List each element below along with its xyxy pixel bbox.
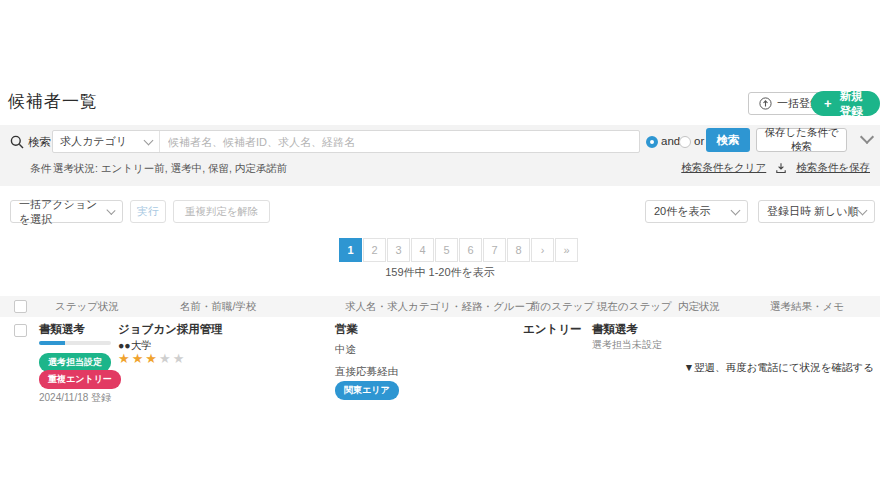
per-page-select[interactable]: 20件を表示 — [645, 200, 748, 223]
page-button-2[interactable]: 2 — [363, 238, 386, 262]
header-result-memo: 選考結果・メモ — [770, 300, 844, 314]
clear-conditions-link[interactable]: 検索条件をクリア — [681, 161, 766, 175]
save-conditions-icon — [775, 162, 787, 174]
panel-expand-chevron-icon[interactable] — [860, 130, 874, 144]
sort-select[interactable]: 登録日時 新しい順 — [758, 200, 875, 223]
results-summary: 159件中 1-20件を表示 — [0, 265, 880, 280]
or-radio[interactable] — [679, 136, 691, 148]
current-step: 書類選考 — [592, 322, 638, 337]
page-button-7[interactable]: 7 — [483, 238, 506, 262]
chevron-down-icon — [731, 205, 741, 215]
job-category-select-value: 求人カテゴリ — [60, 134, 127, 149]
page-button-1[interactable]: 1 — [339, 238, 362, 262]
page-button-4[interactable]: 4 — [411, 238, 434, 262]
saved-conditions-search-button[interactable]: 保存した条件で検索 — [756, 128, 847, 152]
step-status: 書類選考 — [39, 322, 85, 337]
pagination: 1 2 3 4 5 6 7 8 › » — [339, 238, 578, 262]
bulk-action-select[interactable]: 一括アクションを選択 — [10, 200, 123, 223]
sort-select-value: 登録日時 新しい順 — [767, 204, 859, 219]
star-icon: ★ — [145, 351, 157, 366]
job-name: 営業 — [335, 322, 358, 337]
prev-step: エントリー — [523, 322, 582, 337]
table-header: ステップ状況 名前・前職/学校 求人名・求人カテゴリ・経路・グループ 前のステッ… — [0, 296, 880, 317]
candidate-name[interactable]: ジョブカン採用管理 — [118, 322, 223, 337]
chevron-down-icon — [144, 135, 154, 145]
duplicate-entry-badge[interactable]: 重複エントリー — [39, 370, 121, 389]
search-label: 検索 — [28, 135, 51, 150]
search-combo: 求人カテゴリ — [52, 130, 640, 153]
row-checkbox[interactable] — [14, 324, 27, 337]
page-button-8[interactable]: 8 — [507, 238, 530, 262]
new-register-button[interactable]: + 新規登録 — [811, 91, 880, 116]
application-route: 直接応募経由 — [335, 365, 398, 379]
page-button-3[interactable]: 3 — [387, 238, 410, 262]
current-step-note: 選考担当未設定 — [592, 338, 662, 352]
page-button-5[interactable]: 5 — [435, 238, 458, 262]
save-conditions-link[interactable]: 検索条件を保存 — [796, 161, 870, 175]
chevron-down-icon — [858, 205, 868, 215]
header-prev-step: 前のステップ — [530, 300, 594, 314]
header-job-info: 求人名・求人カテゴリ・経路・グループ — [345, 300, 536, 314]
page-last-button[interactable]: » — [555, 238, 578, 262]
and-radio[interactable] — [646, 136, 658, 148]
plus-icon: + — [824, 97, 832, 110]
search-panel: 検索 求人カテゴリ and or 検索 保存した条件で検索 条件 選考状況: エ… — [0, 125, 880, 186]
search-button[interactable]: 検索 — [706, 128, 750, 152]
job-category: 中途 — [335, 343, 356, 357]
header-offer-status: 内定状況 — [678, 300, 720, 314]
header-current-step: 現在のステップ — [597, 300, 672, 314]
group-badge[interactable]: 関東エリア — [335, 381, 399, 400]
bulk-action-select-value: 一括アクションを選択 — [19, 197, 108, 227]
per-page-select-value: 20件を表示 — [654, 204, 711, 219]
star-icon: ★ — [118, 351, 130, 366]
candidate-list-page: 候補者一覧 一括登録 + 新規登録 検索 求人カテゴリ and or 検索 — [0, 0, 880, 500]
star-icon: ★ — [173, 351, 185, 366]
condition-text: 選考状況: エントリー前, 選考中, 保留, 内定承諾前 — [53, 162, 287, 176]
job-category-select[interactable]: 求人カテゴリ — [53, 131, 160, 152]
page-title: 候補者一覧 — [8, 90, 98, 113]
star-icon: ★ — [132, 351, 144, 366]
step-progress-bar — [39, 341, 111, 345]
selection-memo: ▼翌週、再度お電話にて状況を確認する — [684, 361, 874, 375]
select-all-checkbox[interactable] — [14, 300, 27, 313]
rating-stars[interactable]: ★ ★ ★ ★ ★ — [118, 351, 184, 366]
page-next-button[interactable]: › — [531, 238, 554, 262]
condition-links: 検索条件をクリア 検索条件を保存 — [681, 161, 870, 175]
condition-label: 条件 — [30, 162, 51, 176]
star-icon: ★ — [159, 351, 171, 366]
and-radio-label: and — [661, 135, 680, 147]
registered-date: 2024/11/18 登録 — [39, 391, 111, 405]
remove-duplicate-button[interactable]: 重複判定を解除 — [173, 200, 270, 223]
search-input[interactable] — [160, 131, 639, 152]
execute-button[interactable]: 実行 — [130, 200, 166, 223]
step-progress-fill — [39, 341, 65, 345]
search-icon — [10, 135, 24, 149]
new-register-label: 新規登録 — [836, 89, 867, 119]
header-name-school: 名前・前職/学校 — [180, 300, 256, 314]
header-step-status: ステップ状況 — [55, 300, 119, 314]
or-radio-label: or — [694, 135, 704, 147]
page-button-6[interactable]: 6 — [459, 238, 482, 262]
upload-icon — [759, 97, 772, 110]
table-row[interactable]: 書類選考 選考担当設定 重複エントリー 2024/11/18 登録 ジョブカン採… — [0, 317, 880, 427]
